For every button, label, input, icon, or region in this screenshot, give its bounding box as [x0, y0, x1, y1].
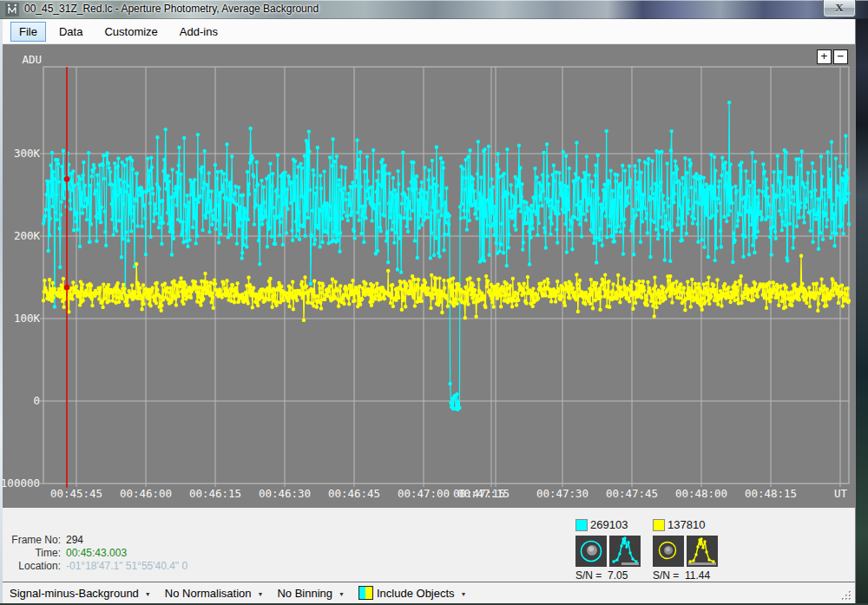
zoom-out-button[interactable]: −	[833, 49, 848, 64]
close-icon: X	[835, 1, 843, 14]
menu-data[interactable]: Data	[50, 22, 91, 42]
object-legend-comparison: 137810 S/N = 11.44	[653, 518, 720, 582]
app-icon	[5, 3, 19, 16]
svg-text:ADU: ADU	[22, 53, 42, 66]
time-row: Time: 00:45:43.003	[3, 547, 187, 560]
svg-text:00:47:30: 00:47:30	[536, 487, 589, 500]
svg-text:0: 0	[33, 394, 40, 407]
menu-file[interactable]: File	[10, 22, 46, 42]
normalisation-dropdown[interactable]: No Normalisation ▼	[165, 587, 264, 600]
svg-text:200K: 200K	[14, 229, 41, 242]
titlebar[interactable]: 00_45_31Z_Red.lc - Aperture Photometry, …	[0, 0, 868, 19]
comparison-aperture-thumbnail	[653, 536, 684, 567]
include-objects-dropdown[interactable]: Include Objects ▼	[358, 586, 467, 600]
svg-text:300K: 300K	[14, 147, 41, 160]
frame-cursor-marker	[64, 285, 70, 291]
menu-customize[interactable]: Customize	[95, 22, 166, 42]
statusbar: Signal-minus-Background ▼ No Normalisati…	[3, 582, 855, 603]
svg-text:UT: UT	[834, 487, 848, 500]
desktop-right-strip	[855, 19, 868, 605]
comparison-intensity-value: 137810	[667, 518, 705, 531]
target-color-swatch	[575, 519, 588, 531]
svg-text:00:47:00: 00:47:00	[398, 487, 450, 500]
chevron-down-icon: ▼	[258, 589, 264, 597]
svg-text:100000: 100000	[3, 477, 40, 490]
resize-grip[interactable]	[841, 590, 852, 602]
chevron-down-icon: ▼	[339, 589, 345, 597]
close-button[interactable]: X	[823, 0, 856, 17]
target-psf-thumbnail	[609, 536, 641, 567]
location-row: Location: -01°18'47.1" 51°55'40.4" 0	[3, 560, 187, 573]
frame-info: Frame No: 294 Time: 00:45:43.003 Locatio…	[3, 534, 187, 573]
frame-cursor-marker	[64, 176, 70, 182]
reduction-mode-dropdown[interactable]: Signal-minus-Background ▼	[10, 587, 151, 600]
comparison-sn-value: S/N = 11.44	[653, 569, 720, 582]
target-sn-value: S/N = 7.05	[575, 569, 643, 582]
include-objects-swatch	[358, 586, 373, 600]
frame-value: 294	[66, 534, 83, 547]
svg-text:00:48:00: 00:48:00	[675, 487, 727, 500]
svg-text:00:46:00: 00:46:00	[120, 487, 172, 500]
comparison-color-swatch	[653, 519, 665, 531]
chart-area[interactable]: 300K200K100K0100000ADU00:45:4500:46:0000…	[3, 44, 855, 508]
frame-label: Frame No:	[3, 534, 61, 547]
svg-text:100K: 100K	[14, 312, 41, 325]
target-intensity-value: 269103	[590, 518, 628, 531]
svg-text:00:46:15: 00:46:15	[189, 487, 241, 500]
zoom-in-button[interactable]: +	[817, 49, 832, 64]
info-panel: Frame No: 294 Time: 00:45:43.003 Locatio…	[3, 508, 855, 582]
binning-dropdown[interactable]: No Binning ▼	[277, 587, 345, 600]
light-curve-plot[interactable]: 300K200K100K0100000ADU00:45:4500:46:0000…	[3, 44, 855, 508]
chevron-down-icon: ▼	[145, 589, 151, 597]
menubar: File Data Customize Add-ins	[3, 19, 855, 44]
object-legend-target: 269103 S/N = 7.05	[575, 518, 643, 582]
location-value: -01°18'47.1" 51°55'40.4" 0	[66, 560, 187, 573]
svg-text:00:46:30: 00:46:30	[259, 487, 311, 500]
svg-text:00:48:15: 00:48:15	[745, 487, 797, 500]
menu-addins[interactable]: Add-ins	[171, 22, 227, 42]
comparison-psf-thumbnail	[687, 536, 718, 567]
frame-row: Frame No: 294	[3, 534, 187, 547]
window-title: 00_45_31Z_Red.lc - Aperture Photometry, …	[24, 3, 319, 15]
svg-text:00:47:15: 00:47:15	[457, 487, 510, 500]
time-label: Time:	[3, 547, 61, 560]
svg-text:00:45:45: 00:45:45	[50, 487, 102, 500]
chevron-down-icon: ▼	[461, 589, 467, 597]
target-aperture-thumbnail	[575, 536, 607, 567]
window-left-border	[0, 19, 3, 603]
time-value: 00:45:43.003	[66, 547, 127, 560]
app-window: 00_45_31Z_Red.lc - Aperture Photometry, …	[0, 0, 868, 605]
svg-text:00:46:45: 00:46:45	[328, 487, 380, 500]
svg-text:00:47:45: 00:47:45	[606, 487, 658, 500]
location-label: Location:	[3, 560, 61, 573]
